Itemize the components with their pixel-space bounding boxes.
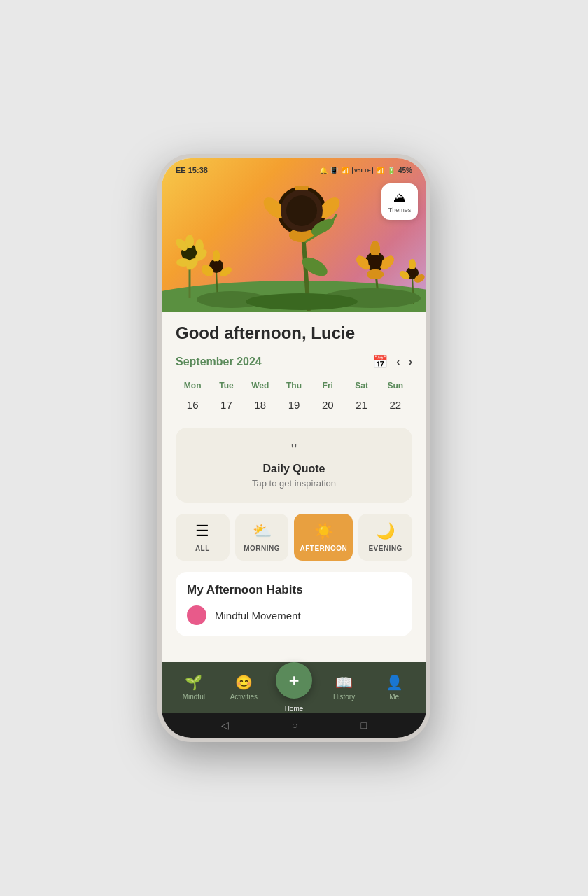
calendar-day-16[interactable]: 16: [176, 393, 209, 416]
themes-icon: ⛰: [393, 190, 406, 205]
day-header-thu: Thu: [277, 378, 311, 393]
time-filter: ☰ ALL ⛅ MORNING ☀️ AFTERNOON 🌙 EVENING: [176, 514, 412, 561]
recents-button[interactable]: □: [361, 720, 367, 731]
time-filter-all[interactable]: ☰ ALL: [176, 514, 230, 561]
bottom-navigation: 🌱 Mindful 😊 Activities + Home 📖 History …: [162, 662, 426, 713]
day-header-tue: Tue: [209, 378, 243, 393]
status-icons: 🔔 📳 📶 VoLTE 📶 🔋 45%: [319, 167, 412, 174]
calendar-grid: Mon Tue Wed Thu Fri Sat Sun 16 17 18 19 …: [176, 378, 412, 416]
mindful-label: Mindful: [183, 693, 205, 701]
activities-icon: 😊: [235, 674, 253, 691]
calendar-day-17[interactable]: 17: [209, 393, 243, 416]
habits-card: My Afternoon Habits Mindful Movement: [176, 572, 412, 636]
habit-item[interactable]: Mindful Movement: [187, 606, 401, 625]
day-header-sat: Sat: [344, 378, 378, 393]
all-icon: ☰: [195, 522, 209, 540]
evening-label: EVENING: [368, 545, 402, 552]
battery-percent: 45%: [398, 167, 412, 174]
mindful-icon: 🌱: [185, 674, 202, 691]
calendar-section: September 2024 📅 ‹ › Mon Tue Wed Thu Fri…: [176, 354, 412, 416]
svg-point-46: [409, 259, 416, 270]
phone-system-nav: ◁ ○ □: [162, 713, 426, 738]
morning-icon: ⛅: [253, 522, 272, 540]
quote-subtitle: Tap to get inspiration: [190, 478, 398, 489]
svg-point-52: [246, 293, 358, 310]
back-button[interactable]: ◁: [221, 720, 229, 731]
themes-button[interactable]: ⛰ Themes: [382, 183, 418, 220]
evening-icon: 🌙: [376, 522, 395, 540]
themes-label: Themes: [388, 206, 412, 214]
nav-item-mindful[interactable]: 🌱 Mindful: [169, 674, 219, 701]
add-button[interactable]: +: [276, 662, 312, 699]
nav-item-home[interactable]: + Home: [269, 662, 319, 713]
activities-label: Activities: [230, 693, 258, 701]
svg-point-40: [213, 250, 220, 262]
habit-name: Mindful Movement: [215, 610, 301, 622]
nav-item-activities[interactable]: 😊 Activities: [219, 674, 270, 701]
svg-point-34: [368, 255, 382, 269]
calendar-day-22[interactable]: 22: [379, 393, 412, 416]
nav-item-history[interactable]: 📖 History: [319, 674, 370, 701]
habit-dot: [187, 606, 206, 625]
vibrate-icon: 📳: [330, 167, 338, 174]
quote-marks: ": [190, 442, 398, 458]
wifi-icon: 📶: [341, 167, 349, 174]
hero-background: ⛰ Themes: [162, 158, 426, 312]
daily-quote-card[interactable]: " Daily Quote Tap to get inspiration: [176, 428, 412, 503]
svg-point-43: [211, 261, 221, 271]
afternoon-icon: ☀️: [314, 522, 333, 540]
svg-point-32: [367, 270, 384, 279]
habits-title: My Afternoon Habits: [187, 583, 401, 597]
calendar-day-19[interactable]: 19: [277, 393, 311, 416]
day-header-mon: Mon: [176, 378, 209, 393]
hero-image: ⛰ Themes: [162, 158, 426, 312]
calendar-day-20[interactable]: 20: [311, 393, 344, 416]
day-header-sun: Sun: [379, 378, 412, 393]
carrier-time: EE 15:38: [176, 166, 208, 174]
nav-item-me[interactable]: 👤 Me: [369, 674, 419, 701]
quote-title: Daily Quote: [190, 463, 398, 475]
signal-icon: 📶: [376, 167, 384, 174]
calendar-icon[interactable]: 📅: [372, 354, 388, 370]
month-year: September 2024: [176, 356, 262, 368]
alarm-icon: 🔔: [319, 167, 328, 174]
greeting-text: Good afternoon, Lucie: [176, 323, 412, 343]
calendar-day-21[interactable]: 21: [344, 393, 378, 416]
phone-shell: EE 15:38 🔔 📳 📶 VoLTE 📶 🔋 45%: [158, 154, 430, 742]
prev-month-button[interactable]: ‹: [396, 356, 400, 368]
afternoon-label: AFTERNOON: [300, 545, 347, 552]
day-header-wed: Wed: [244, 378, 277, 393]
home-label: Home: [285, 705, 304, 713]
morning-label: MORNING: [244, 545, 280, 552]
battery-icon: 🔋: [387, 167, 396, 174]
me-icon: 👤: [386, 674, 403, 691]
time-filter-morning[interactable]: ⛅ MORNING: [235, 514, 289, 561]
me-label: Me: [389, 693, 399, 701]
history-icon: 📖: [335, 674, 353, 691]
svg-point-22: [286, 195, 317, 226]
home-button[interactable]: ○: [292, 720, 298, 731]
time-filter-evening[interactable]: 🌙 EVENING: [358, 514, 412, 561]
calendar-day-18[interactable]: 18: [244, 393, 277, 416]
next-month-button[interactable]: ›: [409, 356, 412, 368]
plus-icon: +: [288, 671, 299, 690]
main-content: Good afternoon, Lucie September 2024 📅 ‹…: [162, 312, 426, 662]
history-label: History: [333, 693, 355, 701]
svg-point-8: [195, 239, 204, 253]
time-filter-afternoon[interactable]: ☀️ AFTERNOON: [294, 514, 353, 561]
status-bar: EE 15:38 🔔 📳 📶 VoLTE 📶 🔋 45%: [162, 158, 426, 178]
svg-point-49: [408, 269, 416, 277]
all-label: ALL: [195, 545, 210, 552]
calendar-controls: 📅 ‹ ›: [372, 354, 412, 370]
volte-label: VoLTE: [352, 167, 373, 174]
day-header-fri: Fri: [311, 378, 344, 393]
calendar-header: September 2024 📅 ‹ ›: [176, 354, 412, 370]
